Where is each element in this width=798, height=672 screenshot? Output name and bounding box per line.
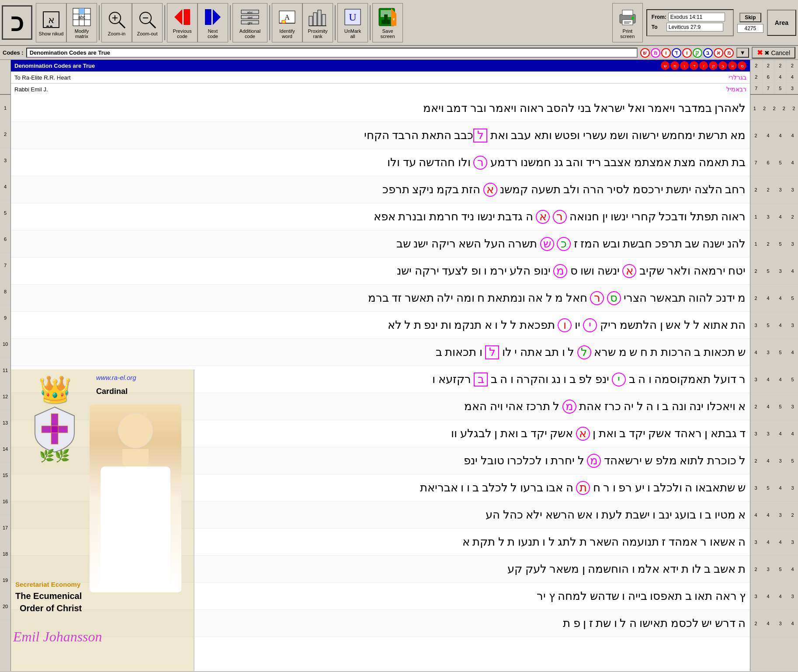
heb-circle-5: ו xyxy=(682,48,692,58)
svg-text:def: def xyxy=(247,16,253,20)
show-nikud-button[interactable]: א Show nikud xyxy=(36,3,66,42)
right-col-header-row: 2 2 2 2 xyxy=(750,60,798,71)
codes-dropdown-button[interactable]: ▼ xyxy=(736,48,749,58)
order-text: The Ecumenical Order of Christ xyxy=(15,590,82,614)
di0-c2: מ xyxy=(670,61,679,70)
hl-row8-2: ר xyxy=(590,291,604,305)
identify-word-icon: A xyxy=(277,7,298,28)
hl-row14-1: מ xyxy=(587,454,601,468)
rp-15-4: 3 xyxy=(791,485,794,491)
print-screen-button[interactable]: Printscreen xyxy=(612,3,643,42)
rcd1-3: 4 xyxy=(774,71,787,82)
rp-1-2: 2 xyxy=(763,106,766,111)
from-value[interactable]: Exodus 14:11 xyxy=(668,13,725,21)
order-line1: The Ecumenical xyxy=(15,590,82,602)
zoom-in-button[interactable]: Zoom-in xyxy=(101,3,132,42)
hl-row9-1: י xyxy=(583,318,597,332)
rp-row-4: 2233 xyxy=(750,176,798,203)
area-button[interactable]: Area xyxy=(767,10,796,36)
identify-word-button[interactable]: A Identifyword xyxy=(272,3,302,42)
dropdown-content: Denomination Codes are True ש מ ו ד ו ק … xyxy=(11,60,750,94)
rp-row-11: 3445 xyxy=(750,366,798,393)
svg-text:abc: abc xyxy=(247,10,253,14)
skip-button[interactable]: Skip xyxy=(739,13,761,22)
modify-matrix-icon: abc xyxy=(71,7,92,28)
rp-20-1: 2 xyxy=(754,621,757,626)
svg-rect-44 xyxy=(384,14,388,20)
rp-row-1: 12222 xyxy=(750,95,798,122)
additional-code-label: Additionalcode xyxy=(239,28,260,39)
svg-point-2 xyxy=(50,25,52,28)
unmark-all-button[interactable]: U UnMarkall xyxy=(337,3,368,42)
text-row-10: ש תכאות ב הרכות ת ח ש מ שרא ל ל ו תב אתה… xyxy=(11,339,750,366)
rp-row-8: 2445 xyxy=(750,285,798,312)
crown-icon: 👑 xyxy=(15,374,94,405)
print-screen-icon xyxy=(617,7,638,28)
svg-text:ghi: ghi xyxy=(248,21,253,25)
rp-1-1: 1 xyxy=(753,106,756,111)
line-num-10: 10 xyxy=(0,331,10,357)
svg-rect-33 xyxy=(282,21,285,23)
save-screen-button[interactable]: ▼ Savescreen xyxy=(372,3,403,42)
rp-10-2: 3 xyxy=(767,350,769,355)
rp-row-13: 3344 xyxy=(750,420,798,447)
rp-6-1: 1 xyxy=(754,241,757,247)
to-value[interactable]: Leviticus 27:9 xyxy=(666,23,723,31)
dropdown-item-1[interactable]: To Ra-Elite R.R. Heart בגרלרי xyxy=(11,72,750,84)
text-row-6: להנ ישנה שב תרפכ חבשת ובש המז ז כ ש תשרה… xyxy=(11,230,750,258)
line-num-19: 19 xyxy=(0,567,10,593)
zoom-out-button[interactable]: Zoom-out xyxy=(132,3,163,42)
hl-row6-2: ש xyxy=(540,237,554,251)
svg-marker-21 xyxy=(213,9,221,25)
rp-9-1: 3 xyxy=(754,323,757,328)
codes-input[interactable] xyxy=(26,48,638,58)
next-code-button[interactable]: Nextcode xyxy=(198,3,228,42)
rcd1-2: 6 xyxy=(763,71,775,82)
rp-row-5: 1342 xyxy=(750,203,798,230)
rp-16-2: 4 xyxy=(767,512,769,518)
hebrew-circles-container: ש מ ו ד ו ק ב א מ xyxy=(640,48,734,58)
cancel-button[interactable]: ✖ ✖ Cancel xyxy=(752,47,795,59)
modify-matrix-button[interactable]: abc Modifymatrix xyxy=(66,3,97,42)
line-num-4: 4 xyxy=(0,174,10,200)
line-num-18: 18 xyxy=(0,541,10,567)
rp-17-1: 3 xyxy=(754,540,757,545)
previous-code-button[interactable]: Previouscode xyxy=(167,3,198,42)
rp-7-2: 5 xyxy=(767,268,769,274)
svg-rect-9 xyxy=(79,8,84,14)
svg-rect-35 xyxy=(313,13,317,26)
separator-6 xyxy=(370,5,371,40)
main-area: 1 2 3 4 5 6 7 8 9 10 11 12 13 14 15 16 1… xyxy=(0,95,798,671)
dropdown-item-2[interactable]: Rabbi Emil J. רבאמיל xyxy=(11,84,750,95)
order-line2: Order of Christ xyxy=(15,602,82,614)
hl-row10-2: ל xyxy=(485,345,499,359)
hl-row15-1: ת xyxy=(576,481,590,495)
person-head xyxy=(118,413,153,448)
additional-code-button[interactable]: abc def ghi Additionalcode xyxy=(232,3,267,42)
di0-c6: ק xyxy=(709,61,718,70)
svg-rect-19 xyxy=(184,9,190,25)
hl-row11-2: ב xyxy=(474,373,488,386)
dropdown-item-0-text: Denomination Codes are True xyxy=(14,63,95,69)
hl-row7-1: א xyxy=(622,264,636,278)
line-num-12: 12 xyxy=(0,383,10,410)
rp-7-3: 3 xyxy=(779,268,781,274)
rcd1-1: 2 xyxy=(750,71,763,82)
text-row-1: לאהרן במדבר ויאמר ואל ישראל בני להסב ראו… xyxy=(11,95,750,122)
modify-matrix-label: Modifymatrix xyxy=(75,28,89,39)
text-row-5: ראוה תפתל ודבכל קחרי ינשו ין חנואה ר א ה… xyxy=(11,203,750,230)
di0-c7: ב xyxy=(718,61,727,70)
text-content: לאהרן במדבר ויאמר ואל ישראל בני להסב ראו… xyxy=(11,95,750,671)
rp-1-5: 2 xyxy=(792,106,795,111)
rp-14-1: 2 xyxy=(754,458,757,463)
rp-6-2: 2 xyxy=(767,241,769,247)
rp-20-4: 4 xyxy=(791,621,794,626)
proximity-rank-button[interactable]: Proximityrank xyxy=(302,3,333,42)
rp-9-4: 3 xyxy=(791,323,794,328)
line-num-14: 14 xyxy=(0,436,10,462)
dropdown-item-0[interactable]: Denomination Codes are True ש מ ו ד ו ק … xyxy=(11,60,750,72)
rp-14-3: 3 xyxy=(779,458,781,463)
line-num-17: 17 xyxy=(0,515,10,541)
text-row-2: מא תרשת ימחמש ירשוה ושמ עשרי ופטש ותא עב… xyxy=(11,122,750,149)
hl-row10-1: ל xyxy=(577,345,591,359)
